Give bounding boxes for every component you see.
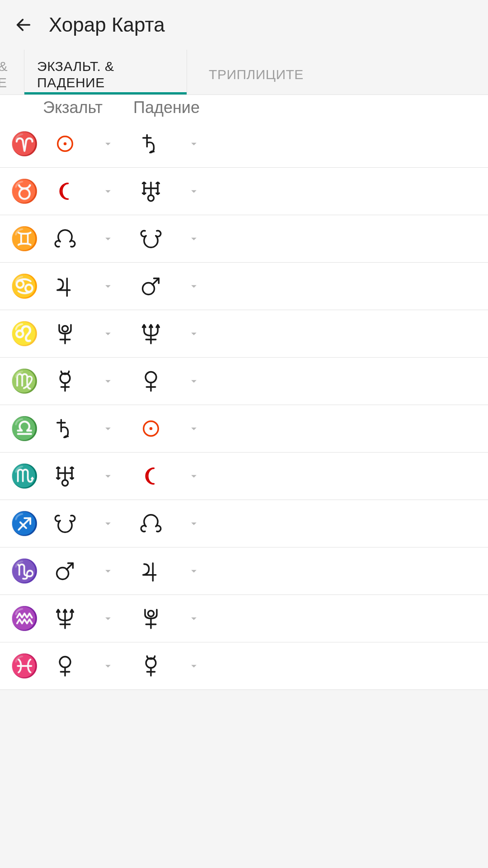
fall-select-taurus[interactable]: [128, 175, 174, 207]
dropdown-caret[interactable]: [88, 185, 128, 198]
dropdown-caret[interactable]: [88, 660, 128, 672]
dropdown-caret[interactable]: [174, 517, 214, 530]
exalt-select-gemini[interactable]: [42, 223, 88, 255]
table-row: ♑: [0, 547, 488, 595]
fall-select-gemini[interactable]: [128, 223, 174, 255]
dropdown-caret[interactable]: [88, 517, 128, 530]
table-row: ♏: [0, 453, 488, 500]
app-bar: Хорар Карта: [0, 0, 488, 50]
dropdown-caret[interactable]: [174, 375, 214, 387]
dropdown-caret[interactable]: [174, 327, 214, 340]
dropdown-caret[interactable]: [88, 470, 128, 482]
exalt-select-libra[interactable]: [42, 413, 88, 444]
zodiac-virgo-icon: ♍: [6, 365, 42, 397]
fall-select-pisces[interactable]: [128, 650, 174, 682]
zodiac-scorpio-icon: ♏: [6, 460, 42, 492]
fall-select-aries[interactable]: [128, 128, 174, 160]
tabs: ТЕЛЬ & НАНИЕ ЭКЗАЛЬТ. & ПАДЕНИЕ ТРИПЛИЦИ…: [0, 50, 488, 95]
back-button[interactable]: [11, 12, 36, 38]
fall-select-aquarius[interactable]: [128, 603, 174, 634]
fall-select-leo[interactable]: [128, 318, 174, 349]
exalt-select-scorpio[interactable]: [42, 460, 88, 492]
svg-point-9: [148, 195, 154, 201]
zodiac-gemini-icon: ♊: [6, 223, 42, 255]
svg-point-41: [60, 656, 70, 667]
svg-point-13: [62, 326, 68, 332]
column-headers: Экзальт Падение: [0, 95, 488, 120]
dropdown-caret[interactable]: [88, 565, 128, 577]
fall-select-scorpio[interactable]: [128, 460, 174, 492]
tab-exalt-fall[interactable]: ЭКЗАЛЬТ. & ПАДЕНИЕ: [24, 50, 187, 94]
dropdown-caret[interactable]: [88, 375, 128, 387]
dropdown-caret[interactable]: [174, 612, 214, 625]
exalt-select-leo[interactable]: [42, 318, 88, 349]
page-title: Хорар Карта: [49, 14, 165, 36]
rows-container: ♈ ♉ ♊ ♋ ♌: [0, 120, 488, 690]
zodiac-cancer-icon: ♋: [6, 270, 42, 302]
col-fall-header: Падение: [133, 98, 224, 117]
zodiac-pisces-icon: ♓: [6, 650, 42, 682]
exalt-select-virgo[interactable]: [42, 365, 88, 397]
dropdown-caret[interactable]: [88, 327, 128, 340]
fall-select-libra[interactable]: [128, 413, 174, 444]
zodiac-libra-icon: ♎: [6, 413, 42, 444]
svg-line-34: [66, 563, 73, 570]
tab-triplicity[interactable]: ТРИПЛИЦИТЕ: [187, 50, 304, 94]
table-row: ♎: [0, 405, 488, 453]
dropdown-caret[interactable]: [174, 137, 214, 150]
exalt-select-aquarius[interactable]: [42, 603, 88, 634]
zodiac-taurus-icon: ♉: [6, 175, 42, 207]
exalt-select-taurus[interactable]: [42, 175, 88, 207]
dropdown-caret[interactable]: [174, 565, 214, 577]
svg-point-32: [62, 480, 68, 486]
exalt-select-cancer[interactable]: [42, 270, 88, 302]
fall-select-sagittarius[interactable]: [128, 508, 174, 539]
fall-select-cancer[interactable]: [128, 270, 174, 302]
svg-point-2: [64, 142, 67, 146]
table-row: ♐: [0, 500, 488, 547]
dropdown-caret[interactable]: [174, 422, 214, 435]
dropdown-caret[interactable]: [174, 185, 214, 198]
zodiac-aquarius-icon: ♒: [6, 603, 42, 634]
table-row: ♉: [0, 168, 488, 215]
fall-select-capricorn[interactable]: [128, 555, 174, 587]
dropdown-caret[interactable]: [174, 280, 214, 292]
tab-ruler-exile[interactable]: ТЕЛЬ & НАНИЕ: [0, 50, 24, 94]
table-row: ♈: [0, 120, 488, 168]
zodiac-aries-icon: ♈: [6, 128, 42, 160]
arrow-back-icon: [14, 16, 33, 34]
svg-point-21: [145, 372, 156, 382]
col-exalt-header: Экзальт: [43, 98, 133, 117]
table-row: ♒: [0, 595, 488, 642]
svg-point-38: [148, 611, 154, 617]
table-row: ♍: [0, 358, 488, 405]
table-row: ♓: [0, 642, 488, 690]
dropdown-caret[interactable]: [88, 280, 128, 292]
table-row: ♊: [0, 215, 488, 263]
exalt-select-aries[interactable]: [42, 128, 88, 160]
exalt-select-pisces[interactable]: [42, 650, 88, 682]
fall-select-virgo[interactable]: [128, 365, 174, 397]
dropdown-caret[interactable]: [88, 612, 128, 625]
dropdown-caret[interactable]: [174, 470, 214, 482]
zodiac-sagittarius-icon: ♐: [6, 508, 42, 539]
dropdown-caret[interactable]: [174, 660, 214, 672]
exalt-select-capricorn[interactable]: [42, 555, 88, 587]
table-row: ♌: [0, 310, 488, 358]
dropdown-caret[interactable]: [88, 137, 128, 150]
table-row: ♋: [0, 263, 488, 310]
zodiac-capricorn-icon: ♑: [6, 555, 42, 587]
svg-line-12: [152, 278, 159, 285]
dropdown-caret[interactable]: [88, 422, 128, 435]
svg-point-27: [150, 427, 153, 430]
dropdown-caret[interactable]: [88, 232, 128, 245]
zodiac-leo-icon: ♌: [6, 318, 42, 349]
dropdown-caret[interactable]: [174, 232, 214, 245]
exalt-select-sagittarius[interactable]: [42, 508, 88, 539]
